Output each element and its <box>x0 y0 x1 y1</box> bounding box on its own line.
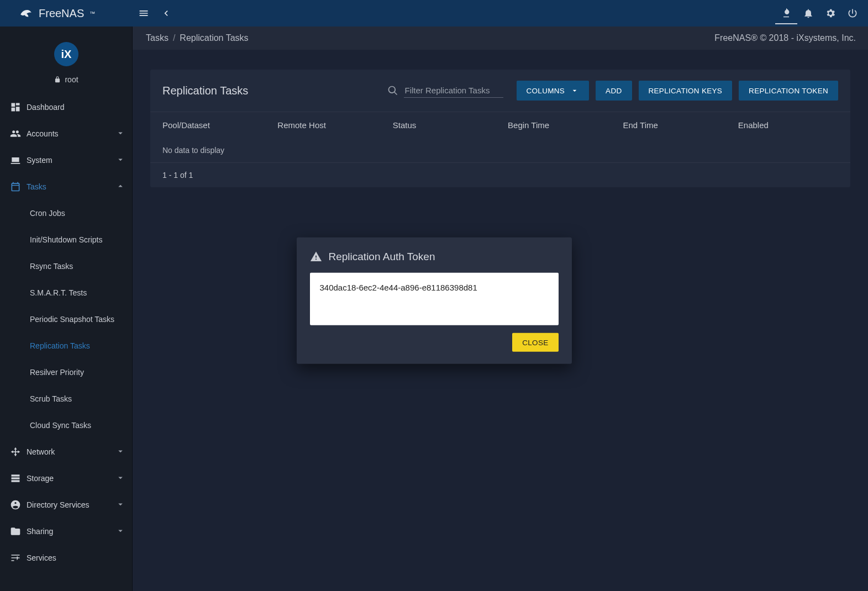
column-header[interactable]: Status <box>393 120 508 130</box>
calendar-icon <box>8 181 23 192</box>
sidebar-collapse-button[interactable] <box>155 2 177 24</box>
sidebar-item-label: System <box>23 156 115 165</box>
pager: 1 - 1 of 1 <box>150 162 850 187</box>
notifications-icon[interactable] <box>797 2 819 24</box>
column-header[interactable]: Pool/Dataset <box>162 120 277 130</box>
power-icon[interactable] <box>841 2 864 24</box>
user-name: root <box>65 75 78 84</box>
sidebar-item-sharing[interactable]: Sharing <box>0 518 132 545</box>
sidebar-item-label: Sharing <box>23 527 115 536</box>
chevron-down-icon <box>115 155 125 166</box>
dialog-token: 340dac18-6ec2-4e44-a896-e81186398d81 <box>310 273 559 325</box>
theme-icon[interactable] <box>775 2 797 24</box>
sidebar-item-accounts[interactable]: Accounts <box>0 120 132 147</box>
page-title: Replication Tasks <box>162 85 248 97</box>
search-icon <box>387 85 398 96</box>
tune-icon <box>8 552 23 563</box>
sidebar-item-label: Directory Services <box>23 500 115 509</box>
hamburger-menu-button[interactable] <box>133 2 155 24</box>
laptop-icon <box>8 155 23 166</box>
lock-icon <box>54 76 61 83</box>
sidebar-item-network[interactable]: Network <box>0 439 132 465</box>
chevron-up-icon <box>115 181 125 193</box>
sidebar-item-tasks[interactable]: Tasks <box>0 173 132 200</box>
chevron-down-icon <box>115 128 125 140</box>
sidebar-item-label: Accounts <box>23 129 115 138</box>
replication-token-button[interactable]: REPLICATION TOKEN <box>739 81 838 101</box>
sidebar-item-dashboard[interactable]: Dashboard <box>0 94 132 120</box>
sidebar-subitem-scrub-tasks[interactable]: Scrub Tasks <box>0 386 132 412</box>
column-header[interactable]: End Time <box>623 120 738 130</box>
add-button[interactable]: ADD <box>596 81 632 101</box>
sidebar-subitem-resilver-priority[interactable]: Resilver Priority <box>0 359 132 386</box>
sidebar-subitem-s-m-a-r-t-tests[interactable]: S.M.A.R.T. Tests <box>0 279 132 306</box>
columns-button[interactable]: COLUMNS <box>517 81 590 101</box>
breadcrumb: Tasks / Replication Tasks FreeNAS® © 201… <box>133 27 868 50</box>
sidebar-item-label: Network <box>23 447 115 456</box>
breadcrumb-leaf[interactable]: Replication Tasks <box>180 33 248 43</box>
sidebar-item-label: Services <box>23 553 125 562</box>
warning-icon <box>310 251 322 263</box>
brand-logo: FreeNAS ™ <box>0 6 133 20</box>
sidebar-subitem-cron-jobs[interactable]: Cron Jobs <box>0 200 132 226</box>
sidebar-subitem-init-shutdown-scripts[interactable]: Init/Shutdown Scripts <box>0 226 132 253</box>
sidebar-item-storage[interactable]: Storage <box>0 465 132 492</box>
sidebar-item-system[interactable]: System <box>0 147 132 173</box>
chevron-down-icon <box>115 473 125 484</box>
sidebar-item-label: Storage <box>23 474 115 483</box>
column-header[interactable]: Enabled <box>738 120 838 130</box>
hub-icon <box>8 446 23 457</box>
group-icon <box>8 128 23 139</box>
dialog-title: Replication Auth Token <box>329 251 435 263</box>
folder-icon <box>8 526 23 537</box>
replication-tasks-card: Replication Tasks COLUMNS ADD REPLICATIO… <box>150 70 850 187</box>
sidebar-item-label: Dashboard <box>23 103 125 112</box>
column-header[interactable]: Begin Time <box>508 120 623 130</box>
freenas-shark-icon <box>19 6 33 20</box>
chevron-down-icon <box>115 446 125 458</box>
auth-token-dialog: Replication Auth Token 340dac18-6ec2-4e4… <box>297 238 572 364</box>
dirsvc-icon <box>8 499 23 510</box>
copyright: FreeNAS® © 2018 - iXsystems, Inc. <box>714 33 856 43</box>
current-user: root <box>54 75 78 84</box>
chevron-down-icon <box>115 499 125 511</box>
dashboard-icon <box>8 102 23 113</box>
storage-icon <box>8 473 23 484</box>
sidebar-subitem-replication-tasks[interactable]: Replication Tasks <box>0 333 132 359</box>
sidebar-subitem-periodic-snapshot-tasks[interactable]: Periodic Snapshot Tasks <box>0 306 132 333</box>
sidebar-subitem-rsync-tasks[interactable]: Rsync Tasks <box>0 253 132 279</box>
brand-name: FreeNAS <box>39 7 84 20</box>
sidebar-subitem-cloud-sync-tasks[interactable]: Cloud Sync Tasks <box>0 412 132 439</box>
sidebar: iX root DashboardAccountsSystemTasksCron… <box>0 27 133 591</box>
chevron-down-icon <box>115 526 125 537</box>
column-header[interactable]: Remote Host <box>277 120 392 130</box>
sidebar-item-services[interactable]: Services <box>0 545 132 571</box>
ix-logo-icon: iX <box>53 41 80 67</box>
chevron-down-icon <box>570 86 579 95</box>
sidebar-item-label: Tasks <box>23 182 115 191</box>
empty-state: No data to display <box>150 138 850 162</box>
search-input[interactable] <box>404 83 503 98</box>
sidebar-item-directory-services[interactable]: Directory Services <box>0 492 132 518</box>
breadcrumb-root[interactable]: Tasks <box>146 33 169 43</box>
replication-keys-button[interactable]: REPLICATION KEYS <box>639 81 733 101</box>
close-button[interactable]: CLOSE <box>512 333 558 352</box>
svg-text:iX: iX <box>61 48 72 60</box>
settings-gear-icon[interactable] <box>819 2 841 24</box>
